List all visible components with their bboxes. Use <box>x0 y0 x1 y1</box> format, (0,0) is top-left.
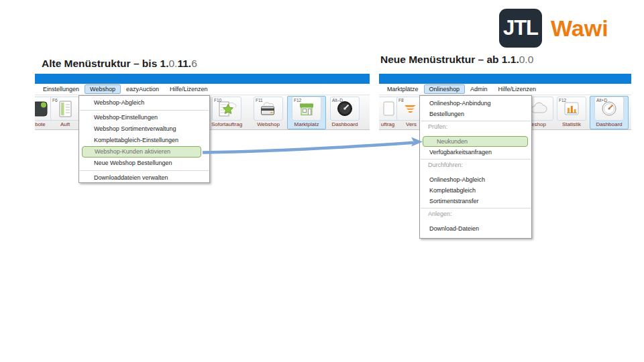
menu-item-onlineshop-anbindung[interactable]: Onlineshop-Anbindung <box>420 98 531 109</box>
menu-separator <box>80 110 209 111</box>
toolbar-button-frame: F11 <box>254 97 283 121</box>
menubar-old: EinstellungenWebshopeazyAuctionHilfe/Liz… <box>35 84 370 95</box>
menu-item-marktplätze[interactable]: Marktplätze <box>382 84 424 94</box>
toolbar-button-frame: F6 <box>50 97 80 121</box>
menu-separator <box>421 121 531 121</box>
window-titlebar <box>35 74 370 84</box>
menu-section-durchführen: Durchführen: <box>420 161 531 169</box>
menu-item-sortimentstransfer[interactable]: Sortimentstransfer <box>420 196 531 206</box>
webshop-dropdown-menu: Webshop-AbgleichWebshop-EinstellungenWeb… <box>78 95 210 183</box>
jtl-logo-text: JTL <box>503 16 538 40</box>
menu-item-hilfe-lizenzen[interactable]: Hilfe/Lizenzen <box>164 84 213 94</box>
toolbar-button-label: Marktplatz <box>294 121 319 127</box>
menu-item-eazyauction[interactable]: eazyAuction <box>121 84 164 94</box>
menu-item-webshop-einstellungen[interactable]: Webshop-Einstellungen <box>79 112 209 123</box>
toolbar-button-statistik[interactable]: F12Statistik <box>552 96 591 129</box>
onlineshop-dropdown-menu: Onlineshop-AnbindungBestellungenPrüfen:N… <box>419 95 532 239</box>
toolbar-button-frame: F12 <box>292 97 321 121</box>
shortcut-badge: F12 <box>559 98 566 103</box>
toolbar-button-frame: Alt+D <box>594 97 624 121</box>
toolbar-button-frame: F12 <box>557 97 586 121</box>
heading-segment: Neue Menüstruktur – ab 1.1. <box>380 54 519 65</box>
menu-item-webshop-sortimentverwaltung[interactable]: Webshop Sortimentverwaltung <box>79 123 209 135</box>
webshop-card-icon <box>258 100 278 120</box>
heading-segment: 6 <box>191 58 197 69</box>
new-menu-heading: Neue Menüstruktur – ab 1.1.0.0 <box>380 54 533 66</box>
toolbar-button-dashboard[interactable]: Alt+DDashboard <box>590 96 629 129</box>
shortcut-badge: F8 <box>398 98 404 103</box>
menu-item-downloaddateien-verwalten[interactable]: Downloaddateien verwalten <box>79 172 209 184</box>
shortcut-badge: F10 <box>214 98 221 103</box>
menu-item-einstellungen[interactable]: Einstellungen <box>38 84 85 94</box>
menu-item-verfügbarkeitsanfragen[interactable]: Verfügbarkeitsanfragen <box>420 147 531 158</box>
jtl-wawi-logo: JTL Wawi <box>499 9 608 48</box>
toolbar-button-frame: Alt–D <box>330 97 360 121</box>
menu-item-webshop-kunden-aktivieren[interactable]: Webshop-Kunden aktivieren <box>82 146 201 158</box>
menu-separator <box>421 208 531 208</box>
shortcut-badge: Alt–D <box>332 98 343 103</box>
menu-item-download-dateien[interactable]: Download-Dateien <box>420 223 531 234</box>
wawi-logo-text: Wawi <box>551 15 608 42</box>
toolbar-button-label: bote <box>35 121 46 127</box>
versand-icon <box>401 100 421 120</box>
shortcut-badge: Alt+D <box>596 98 607 103</box>
menu-item-neue-webshop-bestellungen[interactable]: Neue Webshop Bestellungen <box>79 158 209 169</box>
new-version-screenshot: MarktplätzeOnlineshopAdminHilfe/Lizenzen… <box>379 74 631 130</box>
heading-segment: 11. <box>177 58 191 69</box>
toolbar-button-label: Statistik <box>562 121 581 127</box>
toolbar-button-label: Auft <box>60 121 70 127</box>
old-version-screenshot: EinstellungenWebshopeazyAuctionHilfe/Liz… <box>35 74 370 130</box>
toolbar-button-label: Sofortauftrag <box>211 121 242 127</box>
menu-item-onlineshop-abgleich[interactable]: Onlineshop-Abgleich <box>420 174 531 185</box>
menubar-new: MarktplätzeOnlineshopAdminHilfe/Lizenzen <box>379 84 631 95</box>
menu-separator <box>80 170 209 171</box>
heading-segment: 0.0 <box>519 54 534 65</box>
menu-item-webshop[interactable]: Webshop <box>85 84 121 94</box>
toolbar-button-label: eshop <box>531 121 546 127</box>
toolbar-button-sofortauftrag[interactable]: F10Sofortauftrag <box>207 96 246 129</box>
slide: JTL Wawi Alte Menüstruktur – bis 1.0.11.… <box>0 0 644 362</box>
menu-item-neukunden[interactable]: Neukunden <box>423 136 528 147</box>
dashboard-light-icon <box>599 100 619 120</box>
sofortauftrag-icon <box>217 100 237 120</box>
toolbar-button-webshop[interactable]: F11Webshop <box>249 96 288 129</box>
shortcut-badge: F6 <box>52 98 58 103</box>
toolbar-button-label: Dashboard <box>596 121 622 127</box>
statistik-icon <box>561 100 582 120</box>
toolbar-button-label: Dashboard <box>331 121 358 127</box>
menu-item-bestellungen[interactable]: Bestellungen <box>420 109 531 119</box>
toolbar-button-frame: F10 <box>212 97 241 121</box>
heading-segment: Alte Menüstruktur – bis 1. <box>42 58 168 69</box>
menu-separator <box>421 159 531 160</box>
toolbar-button-label: Vers <box>406 121 417 127</box>
shortcut-badge: F11 <box>256 98 263 103</box>
old-menu-heading: Alte Menüstruktur – bis 1.0.11.6 <box>42 58 197 70</box>
dashboard-dark-icon <box>335 100 355 120</box>
window-titlebar <box>379 74 631 84</box>
toolbar-button-marktplatz[interactable]: F12Marktplatz <box>287 96 326 129</box>
menu-item-hilfe-lizenzen[interactable]: Hilfe/Lizenzen <box>493 84 542 94</box>
menu-item-webshop-abgleich[interactable]: Webshop-Abgleich <box>79 97 209 109</box>
toolbar-button-label: Webshop <box>257 121 280 127</box>
menu-section-anlegen: Anlegen: <box>420 210 531 218</box>
menu-item-onlineshop[interactable]: Onlineshop <box>424 84 466 94</box>
menu-item-komplettabgleich[interactable]: Komplettabgleich <box>420 185 531 196</box>
menu-item-komplettabgleich-einstellungen[interactable]: Komplettabgleich-Einstellungen <box>79 135 209 146</box>
marktplatz-icon <box>297 100 317 120</box>
menu-section-prüfen: Prüfen: <box>420 123 531 131</box>
menu-item-admin[interactable]: Admin <box>465 84 493 94</box>
heading-segment: 0. <box>168 58 177 69</box>
jtl-logo-icon: JTL <box>499 9 542 48</box>
shortcut-badge: F12 <box>294 98 301 103</box>
toolbar-button-dashboard[interactable]: Alt–DDashboard <box>325 96 364 129</box>
auftrag-list-icon <box>55 100 75 120</box>
